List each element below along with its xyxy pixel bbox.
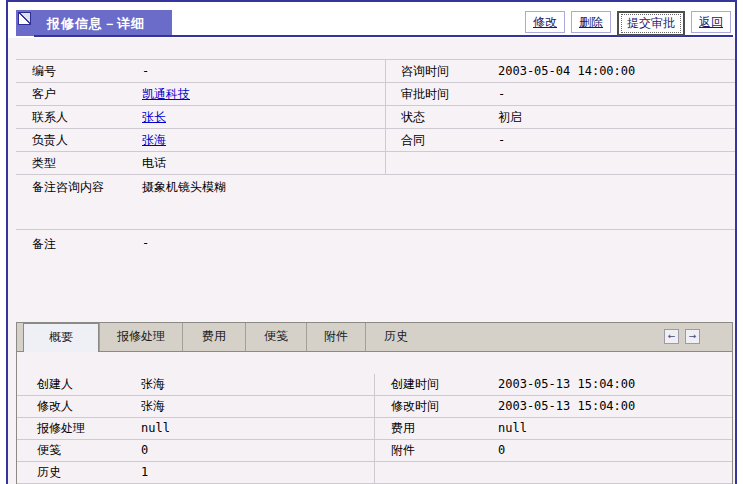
field-label-empty: [385, 152, 498, 174]
title-bar: 报修信息－详细: [16, 10, 172, 36]
field-value-contact: 张长: [142, 106, 385, 128]
field-label-contact: 联系人: [16, 106, 142, 128]
field-label-owner: 负责人: [16, 129, 142, 151]
page-corner-icon: [18, 12, 31, 25]
field-value-remark: -: [142, 236, 737, 290]
summary-row: 便笺 0 附件 0: [17, 440, 732, 462]
field-label-remark-content: 备注咨询内容: [16, 179, 142, 229]
owner-link[interactable]: 张海: [142, 133, 166, 147]
summary-label-modified-time: 修改时间: [374, 396, 498, 417]
summary-value-cost: null: [498, 418, 732, 439]
field-value-empty: [498, 152, 737, 174]
summary-value-modified-time: 2003-05-13 15:04:00: [498, 396, 732, 417]
field-label-approval-time: 审批时间: [385, 83, 498, 105]
tab-scroll-left-button[interactable]: ←: [664, 329, 679, 344]
field-value-customer: 凯通科技: [142, 83, 385, 105]
form-row: 类型 电话: [16, 152, 737, 175]
tab-scroll-right-button[interactable]: →: [685, 329, 700, 344]
back-button[interactable]: 返回: [691, 11, 731, 33]
arrow-right-icon: →: [689, 331, 697, 341]
form-row: 编号 - 咨询时间 2003-05-04 14:00:00: [16, 60, 737, 83]
detail-form: 编号 - 咨询时间 2003-05-04 14:00:00 客户 凯通科技 审批…: [16, 59, 737, 290]
modify-button[interactable]: 修改: [525, 11, 565, 33]
field-value-remark-content: 摄象机镜头模糊: [142, 179, 737, 229]
summary-label-created-time: 创建时间: [374, 374, 498, 395]
field-label-contract: 合同: [385, 129, 498, 151]
arrow-left-icon: ←: [668, 331, 676, 341]
tab-repair-handling[interactable]: 报修处理: [99, 323, 182, 351]
tab-attachment[interactable]: 附件: [306, 323, 365, 351]
summary-rows: 创建人 张海 创建时间 2003-05-13 15:04:00 修改人 张海 修…: [17, 374, 732, 484]
form-row: 联系人 张长 状态 初启: [16, 106, 737, 129]
summary-value-empty: [498, 462, 732, 483]
field-value-approval-time: -: [498, 83, 737, 105]
tab-history[interactable]: 历史: [365, 323, 426, 351]
delete-button[interactable]: 删除: [571, 11, 611, 33]
field-value-contract: -: [498, 129, 737, 151]
summary-row: 报修处理 null 费用 null: [17, 418, 732, 440]
field-value-owner: 张海: [142, 129, 385, 151]
field-label-remark: 备注: [16, 236, 142, 290]
summary-value-history: 1: [141, 462, 374, 483]
summary-label-history: 历史: [17, 462, 141, 483]
field-value-number: -: [142, 60, 385, 82]
tab-strip: 概要 报修处理 费用 便笺 附件 历史 ← →: [17, 323, 732, 352]
tab-summary[interactable]: 概要: [23, 323, 99, 352]
form-row: 客户 凯通科技 审批时间 -: [16, 83, 737, 106]
field-value-status: 初启: [498, 106, 737, 128]
summary-value-repair-handling: null: [141, 418, 374, 439]
summary-label-repair-handling: 报修处理: [17, 418, 141, 439]
customer-link[interactable]: 凯通科技: [142, 87, 190, 101]
form-row-remark-content: 备注咨询内容 摄象机镜头模糊: [16, 175, 737, 230]
summary-row: 修改人 张海 修改时间 2003-05-13 15:04:00: [17, 396, 732, 418]
tab-note[interactable]: 便笺: [245, 323, 306, 351]
summary-panel: 创建人 张海 创建时间 2003-05-13 15:04:00 修改人 张海 修…: [17, 374, 732, 484]
field-label-number: 编号: [16, 60, 142, 82]
summary-label-creator: 创建人: [17, 374, 141, 395]
page-title: 报修信息－详细: [47, 15, 145, 33]
tab-cost[interactable]: 费用: [182, 323, 245, 351]
summary-row: 创建人 张海 创建时间 2003-05-13 15:04:00: [17, 374, 732, 396]
submit-approval-button[interactable]: 提交审批: [617, 11, 685, 36]
toolbar: 修改 删除 提交审批 返回: [525, 11, 731, 36]
summary-value-creator: 张海: [141, 374, 374, 395]
tab-panel: 概要 报修处理 费用 便笺 附件 历史 ← → 创建人 张海 创建时间 2003…: [16, 322, 733, 484]
summary-label-cost: 费用: [374, 418, 498, 439]
field-label-customer: 客户: [16, 83, 142, 105]
summary-value-note: 0: [141, 440, 374, 461]
summary-label-note: 便笺: [17, 440, 141, 461]
summary-label-empty: [374, 462, 498, 483]
summary-label-attachment: 附件: [374, 440, 498, 461]
summary-value-created-time: 2003-05-13 15:04:00: [498, 374, 732, 395]
field-value-consult-time: 2003-05-04 14:00:00: [498, 60, 737, 82]
field-value-type: 电话: [142, 152, 385, 174]
field-label-consult-time: 咨询时间: [385, 60, 498, 82]
field-label-status: 状态: [385, 106, 498, 128]
submit-approval-label: 提交审批: [621, 14, 681, 33]
field-label-type: 类型: [16, 152, 142, 174]
contact-link[interactable]: 张长: [142, 110, 166, 124]
content-area: 编号 - 咨询时间 2003-05-04 14:00:00 客户 凯通科技 审批…: [8, 38, 735, 484]
form-row-remark: 备注 -: [16, 230, 737, 290]
summary-value-modifier: 张海: [141, 396, 374, 417]
form-row: 负责人 张海 合同 -: [16, 129, 737, 152]
summary-row: 历史 1: [17, 462, 732, 484]
summary-label-modifier: 修改人: [17, 396, 141, 417]
detail-page: 报修信息－详细 修改 删除 提交审批 返回 编号 - 咨询时间 2003-05-…: [6, 0, 737, 484]
summary-value-attachment: 0: [498, 440, 732, 461]
header: 报修信息－详细 修改 删除 提交审批 返回: [8, 2, 735, 38]
